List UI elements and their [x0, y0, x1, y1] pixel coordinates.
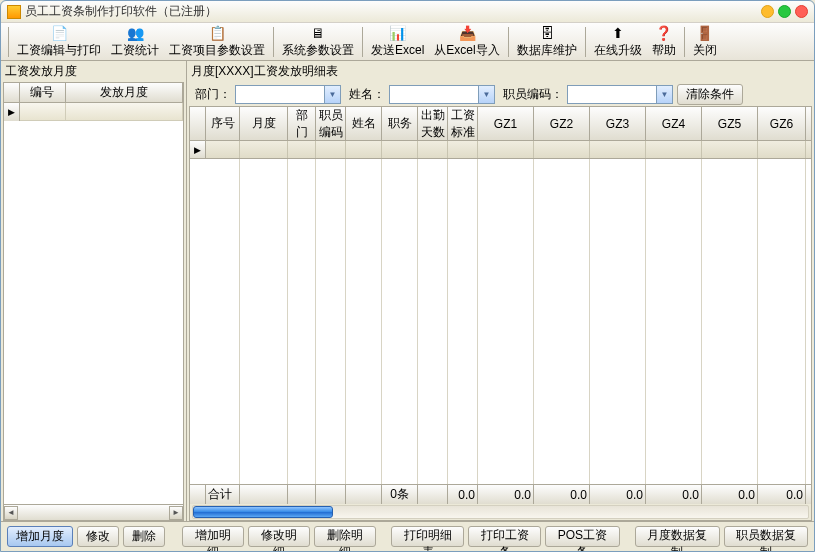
left-panel: 工资发放月度 编号发放月度 ▶ ◄ ►: [1, 61, 187, 521]
name-combo[interactable]: ▼: [389, 85, 495, 104]
tool-icon: 🖥: [310, 25, 326, 41]
toolbar-3[interactable]: 🖥系统参数设置: [277, 23, 359, 61]
clear-filter-button[interactable]: 清除条件: [677, 84, 743, 105]
btn-增加明细[interactable]: 增加明细: [182, 526, 244, 547]
scroll-right-icon[interactable]: ►: [169, 506, 183, 520]
toolbar-1[interactable]: 👥工资统计: [106, 23, 164, 61]
dept-label: 部门：: [195, 86, 231, 103]
col-header[interactable]: GZ6: [758, 107, 806, 140]
chevron-down-icon[interactable]: ▼: [324, 86, 340, 103]
toolbar: 📄工资编辑与打印👥工资统计📋工资项目参数设置🖥系统参数设置📊发送Excel📥从E…: [1, 23, 814, 61]
footer-cell: 0.0: [590, 485, 646, 504]
tool-icon: ❓: [656, 25, 672, 41]
footer-cell: 0.0: [646, 485, 702, 504]
month-grid[interactable]: 编号发放月度 ▶ ◄ ►: [3, 82, 184, 521]
btn-打印工资条[interactable]: 打印工资条: [468, 526, 541, 547]
tool-label: 工资编辑与打印: [17, 42, 101, 59]
btn-增加月度[interactable]: 增加月度: [7, 526, 73, 547]
col-header[interactable]: 职务: [382, 107, 418, 140]
col-header[interactable]: GZ3: [590, 107, 646, 140]
tool-icon: 📄: [51, 25, 67, 41]
chevron-down-icon[interactable]: ▼: [478, 86, 494, 103]
col-header[interactable]: 工资标准: [448, 107, 478, 140]
tool-icon: ⬆: [610, 25, 626, 41]
col-header[interactable]: GZ1: [478, 107, 534, 140]
tool-icon: 📋: [209, 25, 225, 41]
footer-cell: 0.0: [702, 485, 758, 504]
code-input[interactable]: [568, 86, 656, 103]
close-button[interactable]: [795, 5, 808, 18]
titlebar: 员工工资条制作打印软件（已注册）: [1, 1, 814, 23]
footer-cell: 合计: [206, 485, 240, 504]
tool-icon: 🚪: [697, 25, 713, 41]
scroll-thumb[interactable]: [193, 506, 333, 518]
tool-label: 从Excel导入: [434, 42, 499, 59]
col-header[interactable]: 编号: [20, 83, 67, 102]
toolbar-4[interactable]: 📊发送Excel: [366, 23, 429, 61]
col-header[interactable]: GZ5: [702, 107, 758, 140]
col-header[interactable]: 月度: [240, 107, 288, 140]
col-header[interactable]: GZ2: [534, 107, 590, 140]
col-header[interactable]: 部门: [288, 107, 316, 140]
code-combo[interactable]: ▼: [567, 85, 673, 104]
toolbar-9[interactable]: 🚪关闭: [688, 23, 722, 61]
btn-POS工资条[interactable]: POS工资条: [545, 526, 619, 547]
tool-label: 帮助: [652, 42, 676, 59]
btn-职员数据复制[interactable]: 职员数据复制: [724, 526, 808, 547]
hscroll[interactable]: [190, 504, 811, 520]
footer-cell: [288, 485, 316, 504]
maximize-button[interactable]: [778, 5, 791, 18]
col-header[interactable]: 序号: [206, 107, 240, 140]
footer-cell: [316, 485, 346, 504]
bottom-bar: 增加月度修改删除 增加明细修改明细删除明细 打印明细表打印工资条POS工资条 月…: [1, 521, 814, 551]
tool-label: 工资统计: [111, 42, 159, 59]
footer-cell: 0.0: [534, 485, 590, 504]
detail-grid[interactable]: 序号月度部门职员编码姓名职务出勤天数工资标准GZ1GZ2GZ3GZ4GZ5GZ6…: [189, 106, 812, 521]
right-panel-title: 月度[XXXX]工资发放明细表: [187, 61, 814, 82]
tool-label: 关闭: [693, 42, 717, 59]
chevron-down-icon[interactable]: ▼: [656, 86, 672, 103]
window-title: 员工工资条制作打印软件（已注册）: [25, 3, 757, 20]
footer-cell: 0.0: [478, 485, 534, 504]
toolbar-2[interactable]: 📋工资项目参数设置: [164, 23, 270, 61]
name-label: 姓名：: [349, 86, 385, 103]
name-input[interactable]: [390, 86, 478, 103]
tool-label: 数据库维护: [517, 42, 577, 59]
toolbar-6[interactable]: 🗄数据库维护: [512, 23, 582, 61]
toolbar-7[interactable]: ⬆在线升级: [589, 23, 647, 61]
tool-label: 工资项目参数设置: [169, 42, 265, 59]
tool-icon: 📥: [459, 25, 475, 41]
btn-删除[interactable]: 删除: [123, 526, 165, 547]
footer-cell: 0.0: [448, 485, 478, 504]
toolbar-5[interactable]: 📥从Excel导入: [429, 23, 504, 61]
btn-删除明细[interactable]: 删除明细: [314, 526, 376, 547]
btn-打印明细表[interactable]: 打印明细表: [391, 526, 464, 547]
col-header[interactable]: 发放月度: [66, 83, 183, 102]
btn-修改[interactable]: 修改: [77, 526, 119, 547]
btn-月度数据复制[interactable]: 月度数据复制: [635, 526, 719, 547]
toolbar-0[interactable]: 📄工资编辑与打印: [12, 23, 106, 61]
footer-cell: [418, 485, 448, 504]
col-header[interactable]: GZ4: [646, 107, 702, 140]
col-header[interactable]: 姓名: [346, 107, 382, 140]
btn-修改明细[interactable]: 修改明细: [248, 526, 310, 547]
tool-icon: 🗄: [539, 25, 555, 41]
col-header[interactable]: 出勤天数: [418, 107, 448, 140]
tool-label: 系统参数设置: [282, 42, 354, 59]
footer-cell: [240, 485, 288, 504]
tool-icon: 📊: [390, 25, 406, 41]
scroll-left-icon[interactable]: ◄: [4, 506, 18, 520]
toolbar-8[interactable]: ❓帮助: [647, 23, 681, 61]
tool-label: 发送Excel: [371, 42, 424, 59]
dept-combo[interactable]: ▼: [235, 85, 341, 104]
tool-label: 在线升级: [594, 42, 642, 59]
footer-cell: 0条: [382, 485, 418, 504]
footer-cell: 0.0: [758, 485, 806, 504]
minimize-button[interactable]: [761, 5, 774, 18]
footer-cell: [346, 485, 382, 504]
tool-icon: 👥: [127, 25, 143, 41]
code-label: 职员编码：: [503, 86, 563, 103]
col-header[interactable]: 职员编码: [316, 107, 346, 140]
right-panel: 月度[XXXX]工资发放明细表 部门： ▼ 姓名： ▼ 职员编码： ▼ 清除条件…: [187, 61, 814, 521]
dept-input[interactable]: [236, 86, 324, 103]
